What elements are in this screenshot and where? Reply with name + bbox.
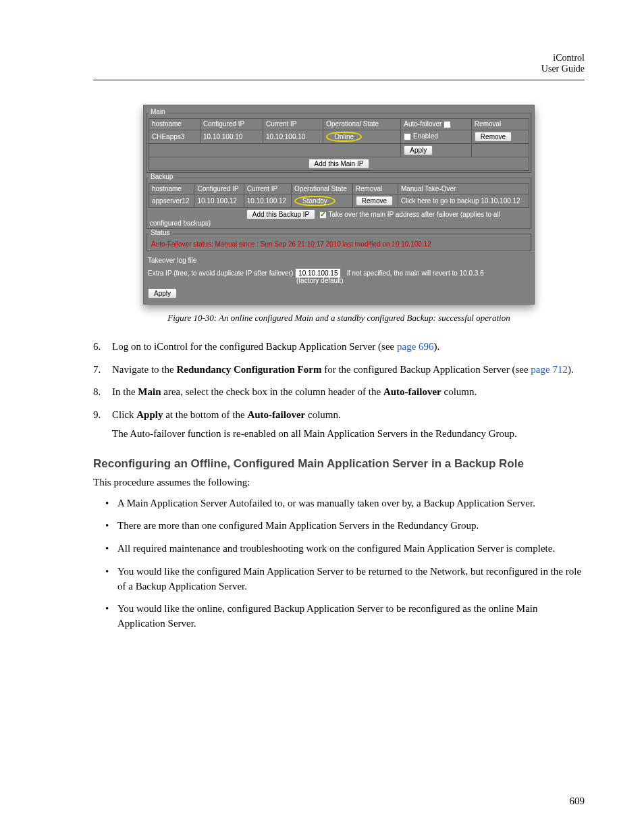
log-file-label: Takeover log file — [146, 253, 531, 268]
main-h-removal: Removal — [471, 119, 529, 130]
backup-h-hostname: hostname — [149, 183, 194, 194]
step-7: 7. Navigate to the Redundancy Configurat… — [93, 363, 585, 377]
backup-h-takeover: Manual Take-Over — [398, 183, 529, 194]
add-main-ip-button[interactable]: Add this Main IP — [308, 159, 370, 169]
backup-configured-ip: 10.10.100.12 — [194, 194, 244, 207]
backup-h-configured-ip: Configured IP — [194, 183, 244, 194]
main-apply-cell: Apply — [401, 143, 472, 157]
factory-default-label: (factory default) — [148, 277, 530, 284]
backup-h-removal: Removal — [352, 183, 398, 194]
auto-failover-header-checkbox[interactable] — [444, 121, 451, 128]
section-heading: Reconfiguring an Offline, Configured Mai… — [93, 457, 585, 471]
main-remove-cell: Remove — [471, 130, 529, 143]
assumptions-list: A Main Application Server Autofailed to,… — [105, 496, 585, 631]
main-state-cell: Online — [323, 130, 401, 143]
main-remove-button[interactable]: Remove — [475, 132, 512, 142]
backup-state: Standby — [294, 196, 336, 206]
main-h-auto-failover: Auto-failover — [401, 119, 472, 130]
page-header: iControl User Guide — [93, 53, 585, 74]
backup-row: appserver12 10.10.100.12 10.10.100.12 St… — [149, 194, 529, 207]
main-apply-button[interactable]: Apply — [404, 145, 433, 155]
main-configured-ip: 10.10.100.10 — [200, 130, 263, 143]
bullet-2: There are more than one configured Main … — [105, 519, 585, 533]
extra-ip-label: Extra IP (free, to avoid duplicate IP af… — [148, 269, 293, 277]
step-9-sub: The Auto-failover function is re-enabled… — [112, 427, 585, 442]
main-current-ip: 10.10.100.10 — [263, 130, 323, 143]
backup-remove-cell: Remove — [352, 194, 398, 207]
backup-fieldset: Backup hostname Configured IP Current IP… — [146, 174, 531, 229]
bullet-4: You would like the configured Main Appli… — [105, 565, 585, 594]
status-fieldset: Status Auto-Failover status: Manual sinc… — [146, 230, 531, 251]
add-backup-ip-button[interactable]: Add this Backup IP — [246, 209, 316, 219]
intro-text: This procedure assumes the following: — [93, 477, 585, 488]
bullet-1: A Main Application Server Autofailed to,… — [105, 496, 585, 511]
main-h-op-state: Operational State — [323, 119, 401, 130]
header-subtitle: User Guide — [93, 63, 585, 74]
redundancy-config-screenshot: Main hostname Configured IP Current IP O… — [143, 105, 535, 305]
main-hostname: CHEapps3 — [149, 130, 200, 143]
link-page-696[interactable]: page 696 — [397, 341, 434, 352]
step-9: 9. Click Apply at the bottom of the Auto… — [93, 408, 585, 442]
backup-h-current-ip: Current IP — [244, 183, 291, 194]
main-fieldset: Main hostname Configured IP Current IP O… — [146, 109, 531, 173]
backup-current-ip: 10.10.100.12 — [244, 194, 291, 207]
link-page-712[interactable]: page 712 — [531, 364, 568, 375]
step-8: 8. In the Main area, select the check bo… — [93, 385, 585, 400]
takeover-after-failover-checkbox[interactable] — [319, 211, 327, 219]
main-state: Online — [326, 132, 362, 142]
step-6: 6. Log on to iControl for the configured… — [93, 340, 585, 355]
backup-hostname: appserver12 — [149, 194, 194, 207]
header-rule — [93, 80, 585, 80]
bullet-5: You would like the online, configured Ba… — [105, 602, 585, 631]
main-table: hostname Configured IP Current IP Operat… — [149, 118, 529, 171]
bottom-apply-button[interactable]: Apply — [148, 288, 177, 298]
status-text: Auto-Failover status: Manual since : Sun… — [151, 240, 431, 248]
main-legend: Main — [149, 108, 167, 115]
page-number: 609 — [570, 796, 585, 807]
status-legend: Status — [149, 229, 171, 236]
backup-state-cell: Standby — [292, 194, 353, 207]
figure-caption: Figure 10-30: An online configured Main … — [93, 313, 585, 323]
backup-table: hostname Configured IP Current IP Operat… — [149, 183, 529, 208]
backup-legend: Backup — [149, 173, 175, 180]
bullet-3: All required maintenance and troubleshoo… — [105, 542, 585, 556]
header-title: iControl — [93, 53, 585, 63]
backup-remove-button[interactable]: Remove — [356, 196, 393, 206]
steps-list: 6. Log on to iControl for the configured… — [93, 340, 585, 442]
main-h-hostname: hostname — [149, 119, 200, 130]
extra-ip-row: Extra IP (free, to avoid duplicate IP af… — [146, 268, 531, 286]
main-enabled-cell: Enabled — [401, 130, 472, 143]
extra-ip-note: if not specified, the main will revert t… — [347, 269, 484, 277]
main-h-configured-ip: Configured IP — [200, 119, 263, 130]
backup-h-op-state: Operational State — [292, 183, 353, 194]
backup-takeover-link[interactable]: Click here to go to backup 10.10.100.12 — [398, 194, 529, 207]
main-row: CHEapps3 10.10.100.10 10.10.100.10 Onlin… — [149, 130, 529, 143]
enabled-checkbox[interactable] — [404, 133, 411, 140]
main-h-current-ip: Current IP — [263, 119, 323, 130]
add-main-ip-cell: Add this Main IP — [149, 157, 529, 170]
backup-footer: Add this Backup IP Take over the main IP… — [149, 208, 529, 227]
